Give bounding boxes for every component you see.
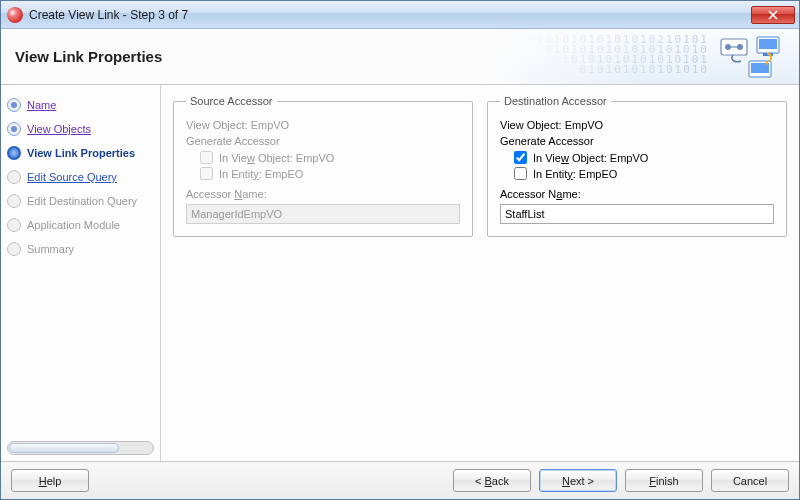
step-7: Summary (5, 237, 160, 261)
scrollbar-thumb[interactable] (9, 443, 119, 453)
wizard-body: NameView ObjectsView Link PropertiesEdit… (1, 85, 799, 461)
source-in-view-object-label: In View Object: EmpVO (219, 152, 334, 164)
source-view-object-row: View Object: EmpVO (186, 119, 460, 131)
source-in-view-object-checkbox (200, 151, 213, 164)
destination-in-view-object-row: In View Object: EmpVO (514, 151, 774, 164)
source-view-object-value: EmpVO (251, 119, 290, 131)
titlebar: Create View Link - Step 3 of 7 (1, 1, 799, 29)
header-decoration-icon (719, 35, 789, 79)
source-accessor-name-input (186, 204, 460, 224)
step-bullet-icon (7, 194, 21, 208)
next-button[interactable]: Next > (539, 469, 617, 492)
step-4[interactable]: Edit Source Query (5, 165, 160, 189)
destination-in-entity-checkbox[interactable] (514, 167, 527, 180)
wizard-header: 010101010101010210101 010101010101010101… (1, 29, 799, 85)
step-label: Summary (27, 243, 74, 255)
destination-accessor-group: Destination Accessor View Object: EmpVO … (487, 95, 787, 237)
content-area: Source Accessor View Object: EmpVO Gener… (161, 85, 799, 461)
destination-view-object-value: EmpVO (565, 119, 604, 131)
svg-point-1 (725, 44, 731, 50)
step-2[interactable]: View Objects (5, 117, 160, 141)
cancel-button[interactable]: Cancel (711, 469, 789, 492)
destination-in-view-object-checkbox[interactable] (514, 151, 527, 164)
destination-accessor-name-input[interactable] (500, 204, 774, 224)
source-legend: Source Accessor (186, 95, 277, 107)
step-list: NameView ObjectsView Link PropertiesEdit… (1, 93, 160, 437)
destination-legend: Destination Accessor (500, 95, 611, 107)
destination-generate-label: Generate Accessor (500, 135, 774, 147)
back-button[interactable]: < Back (453, 469, 531, 492)
step-bullet-icon (7, 122, 21, 136)
step-bullet-icon (7, 242, 21, 256)
window-title: Create View Link - Step 3 of 7 (29, 8, 751, 22)
step-label: Application Module (27, 219, 120, 231)
wizard-footer: Help < Back Next > Finish Cancel (1, 461, 799, 499)
svg-rect-4 (759, 39, 777, 49)
source-accessor-name-label: Accessor Name: (186, 188, 460, 200)
close-icon (768, 10, 778, 20)
source-in-entity-label: In Entity: EmpEO (219, 168, 303, 180)
step-sidebar: NameView ObjectsView Link PropertiesEdit… (1, 85, 161, 461)
step-bullet-icon (7, 146, 21, 160)
svg-point-2 (737, 44, 743, 50)
step-1[interactable]: Name (5, 93, 160, 117)
source-in-view-object-row: In View Object: EmpVO (200, 151, 460, 164)
step-6: Application Module (5, 213, 160, 237)
source-generate-label: Generate Accessor (186, 135, 460, 147)
step-bullet-icon (7, 98, 21, 112)
step-bullet-icon (7, 170, 21, 184)
close-button[interactable] (751, 6, 795, 24)
destination-view-object-row: View Object: EmpVO (500, 119, 774, 131)
step-bullet-icon (7, 218, 21, 232)
source-accessor-group: Source Accessor View Object: EmpVO Gener… (173, 95, 473, 237)
source-in-entity-row: In Entity: EmpEO (200, 167, 460, 180)
sidebar-scrollbar[interactable] (7, 441, 154, 455)
step-label: View Objects (27, 123, 91, 135)
step-label: Edit Destination Query (27, 195, 137, 207)
destination-in-view-object-label: In View Object: EmpVO (533, 152, 648, 164)
app-icon (7, 7, 23, 23)
step-label: Edit Source Query (27, 171, 117, 183)
destination-in-entity-label: In Entity: EmpEO (533, 168, 617, 180)
source-in-entity-checkbox (200, 167, 213, 180)
finish-button[interactable]: Finish (625, 469, 703, 492)
destination-accessor-name-label: Accessor Name: (500, 188, 774, 200)
step-3[interactable]: View Link Properties (5, 141, 160, 165)
destination-view-object-label: View Object: (500, 119, 562, 131)
source-view-object-label: View Object: (186, 119, 248, 131)
destination-in-entity-row: In Entity: EmpEO (514, 167, 774, 180)
help-button[interactable]: Help (11, 469, 89, 492)
wizard-window: Create View Link - Step 3 of 7 010101010… (0, 0, 800, 500)
step-label: Name (27, 99, 56, 111)
step-label: View Link Properties (27, 147, 135, 159)
page-title: View Link Properties (15, 48, 162, 65)
step-5: Edit Destination Query (5, 189, 160, 213)
